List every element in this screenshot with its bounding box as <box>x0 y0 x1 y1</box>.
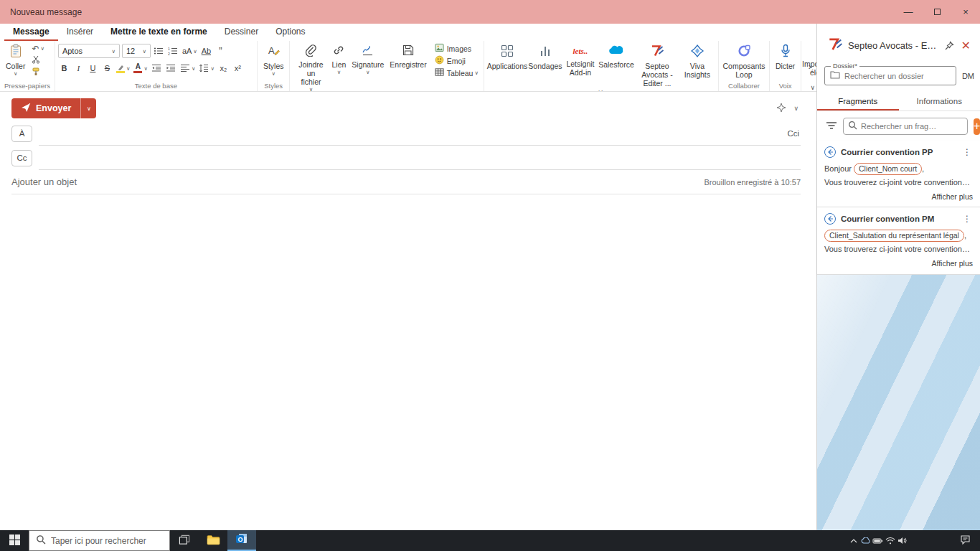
subject-input[interactable] <box>11 176 695 187</box>
bcc-button[interactable]: Cci <box>786 129 801 138</box>
tray-network-icon[interactable] <box>884 530 896 551</box>
ribbon-collapse-button[interactable]: ∨ <box>810 84 815 91</box>
show-more-link[interactable]: Afficher plus <box>824 191 973 202</box>
tab-mettre-le-texte-en-forme[interactable]: Mettre le texte en forme <box>102 24 216 41</box>
group-basic-text: Aptos∨ 12∨ 12 aA∨ Ab ” B I U S <box>55 41 258 91</box>
dossier-search-field[interactable]: Dossier* <box>824 66 956 85</box>
panel-close-button[interactable]: ✕ <box>959 40 973 52</box>
maximize-button[interactable] <box>923 0 951 24</box>
line-spacing-button[interactable]: ∨ <box>198 62 215 75</box>
taskbar-search-input[interactable] <box>51 536 163 546</box>
loop-icon <box>737 44 751 60</box>
strikethrough-button[interactable]: S <box>101 62 113 75</box>
save-button[interactable]: Enregistrer <box>387 42 429 70</box>
undo-button[interactable]: ↶∨ <box>29 42 47 55</box>
link-button[interactable]: Lien ∨ <box>329 42 349 77</box>
outlook-taskbar-button[interactable]: O <box>227 530 256 551</box>
task-view-button[interactable] <box>170 530 199 551</box>
file-explorer-button[interactable] <box>199 530 227 551</box>
message-body[interactable] <box>0 194 817 530</box>
images-button[interactable]: Images <box>433 42 481 55</box>
font-family-select[interactable]: Aptos∨ <box>58 44 120 58</box>
cut-button[interactable] <box>29 55 47 67</box>
tab-dessiner[interactable]: Dessiner <box>216 24 267 41</box>
start-button[interactable] <box>0 530 29 551</box>
fragment-search-input[interactable] <box>861 122 963 131</box>
attach-file-button[interactable]: Joindre un fichier ∨ <box>293 42 329 92</box>
viva-insights-button[interactable]: Viva Insights <box>679 42 715 80</box>
filter-icon[interactable] <box>826 121 837 132</box>
polls-button[interactable]: Sondages <box>527 42 563 72</box>
to-row: À Cci <box>11 121 801 146</box>
applications-button[interactable]: Applications <box>487 42 527 72</box>
decrease-indent-button[interactable] <box>151 62 163 75</box>
insert-fragment-icon[interactable] <box>824 146 836 158</box>
kebab-menu-icon[interactable]: ⋮ <box>961 147 973 157</box>
poll-icon <box>538 44 552 60</box>
change-case-button[interactable]: aA∨ <box>182 44 198 57</box>
user-initials[interactable]: DM <box>962 72 974 80</box>
align-button[interactable]: ∨ <box>179 62 197 75</box>
insert-fragment-icon[interactable] <box>824 213 836 225</box>
tab-inserer[interactable]: Insérer <box>58 24 102 41</box>
to-input[interactable] <box>39 128 786 138</box>
paste-button[interactable]: Coller ∨ <box>3 42 28 78</box>
panel-tabs: Fragments Informations <box>817 93 980 111</box>
italic-button[interactable]: I <box>72 62 85 75</box>
add-fragment-button[interactable]: + <box>974 118 980 135</box>
emoji-button[interactable]: Emoji <box>433 55 481 67</box>
to-button[interactable]: À <box>11 126 32 142</box>
septeo-avocats-editer-button[interactable]: Septeo Avocats - Editer ... <box>635 42 679 89</box>
window-title: Nouveau message <box>10 7 82 17</box>
tab-fragments[interactable]: Fragments <box>817 93 899 110</box>
salesforce-button[interactable]: Salesforce <box>598 42 635 70</box>
format-painter-button[interactable] <box>29 67 47 79</box>
cc-button[interactable]: Cc <box>11 150 32 166</box>
outlook-icon: O <box>235 532 248 547</box>
fragment-card[interactable]: Courrier convention PP ⋮ Bonjour Client_… <box>817 141 980 207</box>
tray-cloud-icon[interactable] <box>859 530 872 551</box>
increase-indent-button[interactable] <box>165 62 177 75</box>
tray-expand-chevron-icon[interactable] <box>847 530 859 551</box>
letsignit-button[interactable]: lets.. Letsignit Add-in <box>563 42 598 78</box>
font-color-button[interactable]: A ∨ <box>133 62 149 75</box>
subscript-button[interactable]: x₂ <box>217 62 230 75</box>
tab-message[interactable]: Message <box>4 24 58 41</box>
bold-button[interactable]: B <box>58 62 70 75</box>
superscript-button[interactable]: x² <box>232 62 244 75</box>
tray-battery-icon[interactable] <box>872 530 884 551</box>
loop-components-button[interactable]: Composants Loop <box>722 42 766 80</box>
highlight-button[interactable]: ∨ <box>116 62 131 75</box>
pin-icon[interactable] <box>944 41 954 51</box>
sparkle-icon[interactable] <box>776 103 786 115</box>
fragment-tag: Client_Salutation du représentant légal <box>824 230 964 242</box>
action-center-button[interactable] <box>950 530 980 551</box>
tab-options[interactable]: Options <box>267 24 314 41</box>
numbered-list-button[interactable]: 12 <box>167 44 179 57</box>
taskbar-search-box[interactable] <box>29 530 170 551</box>
tray-volume-icon[interactable] <box>896 530 908 551</box>
send-options-dropdown[interactable]: ∨ <box>80 98 96 118</box>
bullet-list-button[interactable] <box>153 44 165 57</box>
close-button[interactable]: × <box>951 0 980 24</box>
minimize-button[interactable]: — <box>894 0 923 24</box>
fragment-search-field[interactable] <box>843 118 968 135</box>
send-button[interactable]: Envoyer <box>11 98 80 118</box>
message-options-chevron[interactable]: ∨ <box>793 105 798 112</box>
show-more-link[interactable]: Afficher plus <box>824 258 973 269</box>
clear-formatting-button[interactable]: Ab <box>200 44 212 57</box>
quote-icon[interactable]: ” <box>215 44 227 57</box>
styles-button[interactable]: A Styles ∨ <box>260 42 287 78</box>
signature-button[interactable]: Signature ∨ <box>349 42 387 77</box>
fragment-card[interactable]: Courrier convention PM ⋮ Client_Salutati… <box>817 207 980 274</box>
underline-button[interactable]: U <box>87 62 99 75</box>
ribbon-scroll-right-button[interactable]: › <box>809 61 811 72</box>
tab-informations[interactable]: Informations <box>899 93 980 110</box>
font-size-select[interactable]: 12∨ <box>122 44 151 58</box>
dossier-search-input[interactable] <box>844 72 951 80</box>
table-button[interactable]: Tableau ∨ <box>433 67 481 79</box>
kebab-menu-icon[interactable]: ⋮ <box>961 214 973 224</box>
cc-input[interactable] <box>39 153 801 163</box>
dictate-button[interactable]: Dicter <box>773 42 798 72</box>
ribbon-tab-strip: Message Insérer Mettre le texte en forme… <box>0 24 817 41</box>
